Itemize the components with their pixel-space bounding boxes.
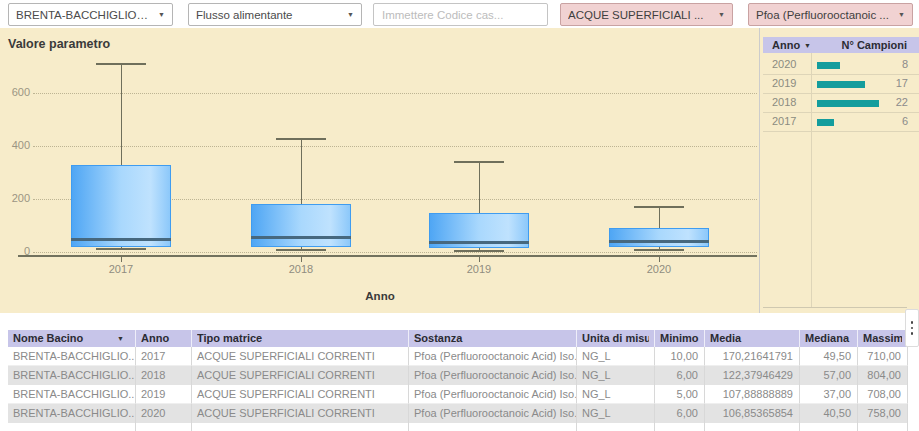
table-cell: BRENTA-BACCHIGLIO... [8,385,136,404]
bacino-dropdown-value: BRENTA-BACCHIGLIONE [16,9,152,21]
table-cell: 37,00 [800,385,858,404]
table-cell: 2019 [136,385,192,404]
flusso-dropdown[interactable]: Flusso alimentante ▼ [188,3,362,26]
table-header-anno[interactable]: Anno [136,330,192,347]
table-header-label: Unita di misura [582,330,649,347]
campioni-year-label: 2017 [772,115,796,127]
y-tick-label: 600 [0,86,30,98]
table-cell: 40,50 [800,404,858,423]
campioni-row[interactable]: 201917 [763,75,919,94]
table-cell: 708,00 [858,385,908,404]
table-cell [136,423,192,431]
table-cell: NG_L [577,404,655,423]
table-cell: 10,00 [655,347,705,366]
table-cell: 2017 [136,347,192,366]
dashboard: BRENTA-BACCHIGLIONE ▼ Flusso alimentante… [0,0,919,431]
table-header-nome-bacino[interactable]: Nome Bacino▼ [8,330,136,347]
table-cell [192,423,409,431]
table-header-massimo[interactable]: Massimo [858,330,908,347]
table-cell [800,423,858,431]
kebab-icon [911,321,914,324]
whisker-upper-stem [121,64,122,165]
box-2017[interactable] [71,165,171,247]
campioni-row[interactable]: 20208 [763,56,919,75]
campioni-year-label: 2020 [772,58,796,70]
x-tick-label: 2020 [619,263,699,275]
table-header-media[interactable]: Media [705,330,800,347]
campioni-row[interactable]: 201822 [763,94,919,113]
table-header-unita-di-misura[interactable]: Unita di misura [577,330,655,347]
table-row[interactable]: BRENTA-BACCHIGLIO...2020ACQUE SUPERFICIA… [8,404,908,423]
campioni-value: 17 [896,77,908,89]
campioni-header[interactable]: Anno ▼ N° Campioni [763,37,919,53]
median-line [429,241,529,244]
x-axis-line [18,255,757,257]
campioni-bar [817,81,865,88]
chevron-down-icon: ▼ [158,11,165,18]
table-cell [858,423,908,431]
table-menu-button[interactable] [905,309,919,347]
table-cell: 710,00 [858,347,908,366]
box-2018[interactable] [251,204,351,247]
table-header-row: Nome Bacino▼AnnoTipo matriceSostanzaUnit… [8,330,908,347]
median-line [251,236,351,239]
x-tick-label: 2017 [81,263,161,275]
whisker-upper-stem [301,139,302,204]
chevron-down-icon: ▼ [898,11,905,18]
table-cell: NG_L [577,366,655,385]
matrice-dropdown-value: ACQUE SUPERFICIALI ... [568,9,712,21]
table-row[interactable]: BRENTA-BACCHIGLIO...2017ACQUE SUPERFICIA… [8,347,908,366]
table-cell: BRENTA-BACCHIGLIO... [8,347,136,366]
whisker-upper-stem [479,162,480,213]
table-cell: ACQUE SUPERFICIALI CORRENTI [192,385,409,404]
matrice-dropdown[interactable]: ACQUE SUPERFICIALI ... ▼ [560,3,733,26]
campioni-value: 22 [896,96,908,108]
campioni-bar [817,62,840,69]
table-cell: 5,00 [655,385,705,404]
gridline [33,93,757,94]
campioni-header-count[interactable]: N° Campioni [811,39,919,51]
boxplot-panel: Valore parametro 02004006002017201820192… [0,28,760,313]
box-2020[interactable] [609,228,709,247]
campioni-year-label: 2018 [772,96,796,108]
chevron-down-icon: ▼ [347,11,354,18]
campioni-bar [817,119,834,126]
table-header-minimo[interactable]: Minimo [655,330,705,347]
table-cell: NG_L [577,347,655,366]
sostanza-dropdown[interactable]: Pfoa (Perfluorooctanoic ... ▼ [748,3,913,26]
table-row-partial [8,423,908,431]
table-cell: ACQUE SUPERFICIALI CORRENTI [192,366,409,385]
whisker-lower-cap [454,250,504,252]
bacino-dropdown[interactable]: BRENTA-BACCHIGLIONE ▼ [8,3,173,26]
table-header-sostanza[interactable]: Sostanza [409,330,577,347]
campioni-column-divider [811,53,812,307]
y-tick-label: 200 [0,192,30,204]
table-header-mediana[interactable]: Mediana [800,330,858,347]
whisker-upper-cap [454,161,504,163]
whisker-upper-cap [634,206,684,208]
table-cell: Pfoa (Perfluorooctanoic Acid) Iso... [409,385,577,404]
table-cell [705,423,800,431]
table-cell: Pfoa (Perfluorooctanoic Acid) Iso... [409,347,577,366]
whisker-upper-cap [96,63,146,65]
table-cell: 106,85365854 [705,404,800,423]
table-cell: Pfoa (Perfluorooctanoic Acid) Iso... [409,366,577,385]
table-row[interactable]: BRENTA-BACCHIGLIO...2018ACQUE SUPERFICIA… [8,366,908,385]
table-header-tipo-matrice[interactable]: Tipo matrice [192,330,409,347]
campioni-year-label: 2019 [772,77,796,89]
chevron-down-icon: ▼ [718,11,725,18]
table-cell: 2018 [136,366,192,385]
y-tick-label: 400 [0,139,30,151]
table-row[interactable]: BRENTA-BACCHIGLIO...2019ACQUE SUPERFICIA… [8,385,908,404]
table-cell: Pfoa (Perfluorooctanoic Acid) Iso... [409,404,577,423]
x-axis-title: Anno [0,290,760,302]
codice-cas-input[interactable] [373,3,548,26]
table-header-label: Nome Bacino [13,330,117,347]
x-tick-mark [301,257,302,262]
campioni-row[interactable]: 20176 [763,113,919,132]
whisker-upper-cap [276,138,326,140]
table-cell [8,423,136,431]
campioni-header-anno[interactable]: Anno [763,39,800,51]
table-cell [655,423,705,431]
sort-desc-icon: ▼ [117,330,124,347]
